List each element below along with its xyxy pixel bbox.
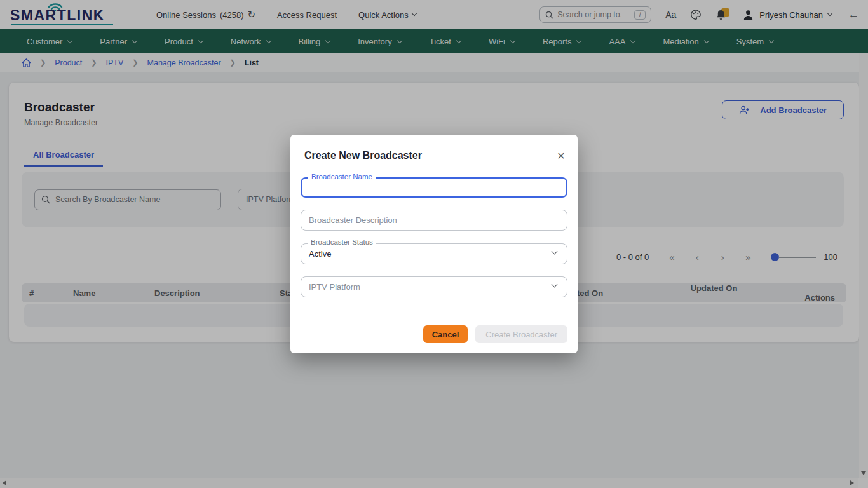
cancel-button[interactable]: Cancel: [423, 325, 468, 343]
create-broadcaster-modal: Create New Broadcaster × Broadcaster Nam…: [290, 135, 578, 353]
app-viewport: SMARTLINK Online Sessions (4258) ↻ Acces…: [0, 0, 868, 488]
broadcaster-name-label: Broadcaster Name: [308, 173, 376, 180]
broadcaster-description-field[interactable]: [301, 210, 567, 231]
close-icon[interactable]: ×: [557, 151, 567, 161]
modal-title: Create New Broadcaster: [301, 150, 422, 161]
broadcaster-description-input[interactable]: [301, 210, 567, 230]
iptv-platform-placeholder: IPTV Platform: [301, 277, 567, 297]
broadcaster-status-label: Broadcaster Status: [308, 238, 376, 246]
create-broadcaster-button[interactable]: Create Broadcaster: [475, 325, 567, 343]
broadcaster-status-value: Active: [301, 244, 567, 264]
broadcaster-status-field[interactable]: Broadcaster Status Active: [301, 243, 567, 264]
iptv-platform-field[interactable]: IPTV Platform: [301, 276, 567, 297]
broadcaster-name-field[interactable]: Broadcaster Name: [301, 177, 567, 198]
broadcaster-name-input[interactable]: [302, 179, 566, 196]
